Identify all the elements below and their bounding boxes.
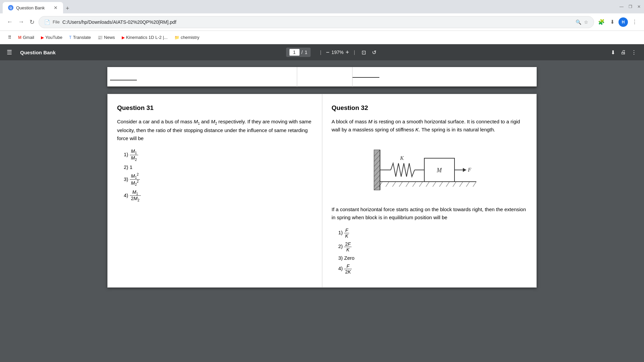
svg-line-27 (453, 182, 456, 187)
more-options-button[interactable]: ⋮ (631, 17, 639, 26)
tab-favicon: Q (9, 6, 12, 9)
close-button[interactable]: ✕ (637, 4, 641, 9)
bookmark-youtube-label: YouTube (45, 35, 62, 40)
pdf-page-main: Question 31 Consider a car and a bus of … (107, 94, 537, 288)
svg-line-18 (392, 182, 396, 187)
question-32-options: 1) F K 2) 2F K 3) Zero (338, 228, 527, 275)
download-button[interactable]: ⬇ (609, 17, 616, 26)
svg-line-26 (446, 182, 449, 187)
pdf-zoom-controls: | − 197% + | ⊡ ↺ (317, 48, 378, 57)
q31-option-4: 4) M1 2M2 (124, 189, 313, 202)
pdf-page-input[interactable] (289, 49, 300, 56)
new-tab-button[interactable]: + (63, 4, 72, 13)
pdf-zoom-in-button[interactable]: + (345, 49, 349, 56)
svg-line-23 (426, 182, 429, 187)
q31-option-3: 3) M12 M22 (124, 173, 313, 187)
svg-line-22 (419, 182, 423, 187)
spring-k-label: K (400, 155, 404, 161)
page-top-right (353, 67, 537, 87)
question-32-text2: If a constant horizontal force starts ac… (332, 205, 527, 222)
question-32-title: Question 32 (332, 104, 527, 112)
pdf-zoom-out-button[interactable]: − (326, 49, 330, 56)
pdf-fit-page-button[interactable]: ⊡ (360, 48, 368, 57)
address-bar: ← → ↻ 📄 File C:/Users/hp/Downloads/AIATS… (0, 13, 644, 31)
pdf-page-controls: / 1 (286, 48, 311, 57)
pdf-rotate-button[interactable]: ↺ (370, 48, 378, 57)
pdf-toolbar: ☰ Question Bank / 1 | − 197% + | ⊡ ↺ ⬇ 🖨… (0, 44, 644, 60)
bookmark-chemistry[interactable]: 📁 chemistry (172, 34, 202, 41)
bookmark-gmail[interactable]: M Gmail (15, 34, 37, 41)
svg-line-25 (439, 182, 443, 187)
bookmark-kinematics[interactable]: ▶ Kinematics 1D L-2 |... (119, 34, 170, 41)
pdf-menu-button[interactable]: ☰ (5, 47, 13, 57)
reload-button[interactable]: ↻ (28, 17, 36, 27)
file-label: File (53, 19, 60, 24)
bookmark-translate-label: Translate (73, 35, 91, 40)
svg-line-21 (413, 182, 416, 187)
pdf-zoom-value: 197% (331, 50, 343, 55)
apps-button[interactable]: ⠿ (5, 34, 14, 41)
back-button[interactable]: ← (5, 17, 14, 27)
url-text: C:/Users/hp/Downloads/AIATS-02%20QP%20[R… (62, 19, 573, 25)
active-tab[interactable]: Q Question Bank ✕ (3, 2, 63, 13)
pdf-viewer: ☰ Question Bank / 1 | − 197% + | ⊡ ↺ ⬇ 🖨… (0, 44, 644, 362)
translate-icon: T (69, 35, 71, 40)
question-31-title: Question 31 (117, 104, 313, 112)
q32-option-2: 2) 2F K (338, 241, 527, 252)
pdf-content[interactable]: Question 31 Consider a car and a bus of … (0, 60, 644, 362)
pdf-download-button[interactable]: ⬇ (609, 48, 617, 57)
maximize-button[interactable]: ❐ (628, 4, 633, 9)
minimize-button[interactable]: — (619, 4, 624, 9)
q32-option-3: 3) Zero (338, 255, 527, 261)
bookmark-news[interactable]: 📰 News (95, 34, 118, 41)
bookmark-youtube[interactable]: ▶ YouTube (38, 34, 65, 41)
bookmark-kinematics-label: Kinematics 1D L-2 |... (126, 35, 168, 40)
pdf-title: Question Bank (20, 50, 56, 55)
question-32-text: A block of mass M is resting on a smooth… (332, 118, 527, 134)
tab-close-button[interactable]: ✕ (54, 5, 58, 10)
tab-area: Q Question Bank ✕ + (3, 0, 616, 13)
bookmark-translate[interactable]: T Translate (66, 34, 94, 41)
pdf-page-partial (107, 67, 537, 87)
bookmark-gmail-label: Gmail (23, 35, 34, 40)
svg-line-30 (473, 182, 476, 187)
q31-option-2: 2) 1 (124, 164, 313, 170)
kinematics-icon: ▶ (122, 35, 125, 40)
pdf-print-button[interactable]: 🖨 (619, 48, 628, 57)
question-31-text: Consider a car and a bus of mass M1 and … (117, 118, 313, 142)
question-31-options: 1) M1 M2 2) 1 3) M12 M22 (124, 148, 313, 202)
svg-marker-14 (463, 168, 466, 172)
bookmark-icon[interactable]: ☆ (584, 19, 588, 25)
pdf-page-total: 1 (305, 50, 307, 55)
spring-diagram: K M F (332, 140, 527, 200)
svg-line-29 (466, 182, 470, 187)
pdf-more-button[interactable]: ⋮ (629, 48, 639, 57)
svg-line-28 (460, 182, 463, 187)
tab-title: Question Bank (16, 5, 45, 10)
question-32-column: Question 32 A block of mass M is resting… (322, 94, 537, 287)
spring-svg: K M F (372, 140, 486, 200)
page-top-left (107, 67, 297, 87)
force-f-label: F (468, 167, 471, 173)
search-icon: 🔍 (576, 19, 581, 25)
bookmark-chemistry-label: chemistry (181, 35, 200, 40)
bookmarks-bar: ⠿ M Gmail ▶ YouTube T Translate 📰 News ▶… (0, 31, 644, 44)
apps-icon: ⠿ (8, 35, 11, 40)
window-controls: — ❐ ✕ (619, 4, 641, 9)
gmail-icon: M (18, 35, 21, 40)
extensions-button[interactable]: 🧩 (597, 17, 606, 26)
address-bar-actions: 🧩 ⬇ H ⋮ (597, 17, 639, 27)
youtube-icon: ▶ (41, 35, 44, 40)
mass-m-label: M (436, 167, 442, 174)
title-bar: Q Question Bank ✕ + — ❐ ✕ (0, 0, 644, 13)
profile-button[interactable]: H (619, 17, 628, 27)
file-icon: 📄 (44, 19, 50, 25)
q32-option-1: 1) F K (338, 228, 527, 239)
q31-option-1: 1) M1 M2 (124, 148, 313, 162)
svg-line-17 (386, 182, 389, 187)
svg-line-20 (406, 182, 409, 187)
forward-button[interactable]: → (17, 17, 25, 27)
url-bar[interactable]: 📄 File C:/Users/hp/Downloads/AIATS-02%20… (39, 16, 594, 28)
pdf-toolbar-right: ⬇ 🖨 ⋮ (609, 48, 639, 57)
news-icon: 📰 (98, 35, 103, 40)
